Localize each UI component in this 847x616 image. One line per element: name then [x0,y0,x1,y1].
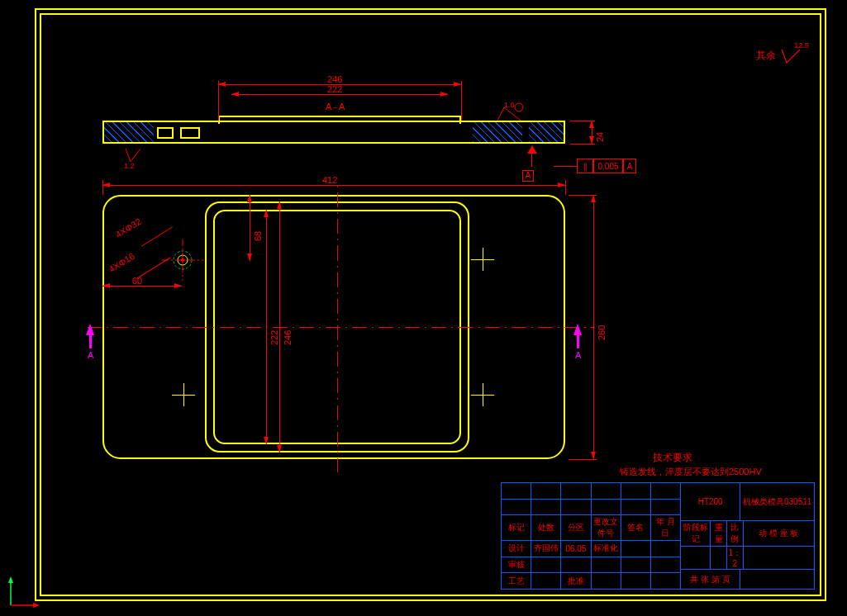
a60l [102,283,110,288]
hdr-4: 签名 [621,515,650,540]
dim-v246: 246 [283,330,293,345]
tb-scale: 1：2 [726,547,743,569]
r4-2: 批准 [560,573,590,589]
dim-222-line [231,94,448,95]
slot-l1 [157,127,174,139]
tb-stage: 阶段标记 [680,521,710,546]
arr-222-r [440,92,448,97]
tb-drwno: 机械类模具030511 [740,483,814,520]
cl-v-main [337,183,338,472]
r2-0: 设计 [502,541,531,557]
fcf-val: 0.005 [593,159,623,173]
fcf-sym: ∥ [577,159,593,173]
a412l [102,182,110,187]
arr-246-l [218,82,226,87]
slot-l2 [180,127,200,139]
drawing-inner-frame: 其余 12.5 246 222 A - A 1. [40,13,821,596]
sec-bar-r [577,335,579,348]
svg-marker-3 [33,603,40,608]
tb-info-area: HT200 机械类模具030511 阶段标记 重量 比例 动 模 座 板 1：2… [680,483,814,589]
dim-246: 246 [327,74,342,84]
v260d [591,452,596,459]
r4-0: 工艺 [502,573,531,589]
tb-revision-area: 标记 处数 分区 更改文件号 签名 年 月 日 设计 齐国伟 06.05 标准化… [502,483,680,589]
hatch-left [104,122,154,142]
ext-246-r [461,81,462,121]
cross-bl-v [183,383,184,406]
dim-24: 24 [595,132,605,142]
sf-bottom-left: 1.2 [124,147,142,167]
svg-marker-1 [8,576,13,583]
fcf-datum: A [623,159,636,173]
section-step [218,116,461,124]
r2-3: 标准化 [591,541,621,557]
dim412line [102,185,565,186]
hole-tl [162,239,203,282]
datum-box: A [522,170,534,182]
tb-part-name: 动 模 座 板 [743,521,814,546]
r4-1 [531,573,560,589]
r4-4 [621,573,650,589]
sf-1-2: 1.2 [124,162,135,170]
sec-bar-l [89,335,92,348]
r2-4 [621,541,650,557]
dim-412: 412 [322,175,337,185]
arr-246-r [454,82,461,87]
v246d [277,445,282,453]
sf-1-0: 1.0 [504,101,515,109]
tb-material: HT200 [680,483,740,520]
r2-1: 齐国伟 [531,541,560,557]
r4-5 [650,573,680,589]
dim-222: 222 [327,84,342,94]
v222line [266,210,267,444]
r3-3 [591,557,621,573]
v260line [593,195,594,459]
sec-arrow-l [86,324,94,335]
r2-5 [650,541,680,557]
hdr-5: 年 月 日 [650,515,680,540]
default-surface-finish: 其余 12.5 [756,46,803,66]
tb-sheet: 共 张 第 页 [680,570,740,589]
hdr-3: 更改文件号 [591,515,621,540]
corner-note-ra: 12.5 [794,41,809,50]
a412r [558,182,565,187]
datum-a [527,145,537,154]
ext-246-l [218,81,219,121]
svg-point-4 [515,103,523,111]
hdr-1: 处数 [531,515,560,540]
fcf-parallelism: ∥ 0.005 A [577,159,636,173]
v222d [264,437,269,444]
v246line [279,201,280,453]
cross-br-v [483,383,483,406]
corner-note-text: 其余 [756,50,776,61]
tb-weight: 重量 [710,521,726,546]
cl-h-main [88,327,595,328]
r3-5 [650,557,680,573]
hdr-0: 标记 [502,515,531,540]
e260b [569,459,597,460]
hdr-2: 分区 [560,515,590,540]
r3-0: 审核 [502,557,531,573]
arr-24-d [589,136,594,144]
r3-2 [560,557,590,573]
r3-4 [621,557,650,573]
ext-24-b [570,144,595,145]
drawing-outer-frame: 其余 12.5 246 222 A - A 1. [35,8,826,601]
dim-68: 68 [253,231,263,241]
sf-top-right: 1.0 [496,102,526,126]
dim-60: 60 [132,276,142,286]
tech-req-body: 铸造发线，淬度层不要达到2500HV [620,466,762,478]
r2-2: 06.05 [560,541,590,557]
arr-222-l [231,92,239,97]
r3-1 [531,557,560,573]
v260u [591,195,596,202]
a68u [247,195,252,202]
r4-3 [591,573,621,589]
tech-req-title: 技术要求 [653,451,692,465]
a68d [247,254,252,261]
cross-tr-v [483,248,483,271]
arr-24-u [589,121,594,128]
dim-v222: 222 [269,330,279,345]
hatch-right-b [529,122,564,142]
sec-a-l: A [88,350,93,360]
